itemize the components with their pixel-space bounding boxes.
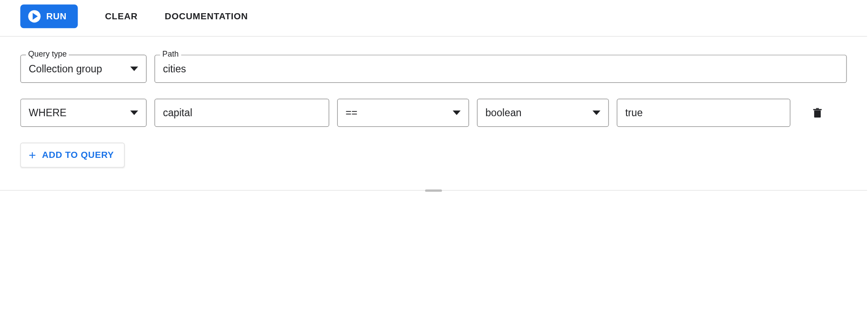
operator-field: ==: [337, 99, 469, 127]
where-row: WHERE capital == boolean true: [20, 99, 847, 127]
value-field: true: [617, 99, 790, 127]
add-to-query-label: ADD TO QUERY: [42, 150, 114, 160]
clause-field: WHERE: [20, 99, 146, 127]
query-type-label: Query type: [26, 49, 69, 58]
add-to-query-button[interactable]: + ADD TO QUERY: [20, 143, 125, 168]
results-area: The query requires a COLLECTION_GROUP_AS…: [0, 191, 867, 202]
clause-select[interactable]: WHERE: [20, 99, 146, 127]
resize-handle[interactable]: [425, 189, 442, 192]
plus-icon: +: [29, 149, 36, 161]
chevron-down-icon: [453, 111, 461, 115]
path-field: Path cities: [154, 55, 847, 83]
run-label: RUN: [46, 11, 67, 21]
documentation-button[interactable]: DOCUMENTATION: [165, 11, 248, 21]
svg-rect-0: [814, 111, 821, 118]
run-button[interactable]: RUN: [20, 4, 78, 28]
query-type-value: Collection group: [29, 63, 102, 75]
query-builder: Query type Collection group Path cities …: [0, 37, 867, 191]
chevron-down-icon: [130, 67, 138, 71]
field-name-input[interactable]: capital: [154, 99, 329, 127]
value-input[interactable]: true: [617, 99, 790, 127]
play-icon: [28, 10, 40, 22]
operator-select[interactable]: ==: [337, 99, 469, 127]
query-type-field: Query type Collection group: [20, 55, 146, 83]
path-value: cities: [163, 63, 186, 75]
query-type-select[interactable]: Collection group: [20, 55, 146, 83]
field-name-value: capital: [163, 107, 192, 119]
path-input[interactable]: cities: [154, 55, 847, 83]
type-field: boolean: [477, 99, 609, 127]
svg-rect-1: [813, 109, 822, 111]
trash-icon: [812, 107, 823, 119]
clause-value: WHERE: [29, 107, 67, 119]
field-name-field: capital: [154, 99, 329, 127]
type-value: boolean: [485, 107, 521, 119]
chevron-down-icon: [593, 111, 601, 115]
path-label: Path: [160, 49, 181, 58]
operator-value: ==: [345, 107, 357, 119]
delete-condition-button[interactable]: [812, 107, 823, 119]
query-header-row: Query type Collection group Path cities: [20, 55, 847, 83]
value-value: true: [625, 107, 643, 119]
svg-rect-2: [816, 108, 818, 109]
type-select[interactable]: boolean: [477, 99, 609, 127]
clear-button[interactable]: CLEAR: [105, 11, 138, 21]
toolbar: RUN CLEAR DOCUMENTATION: [0, 0, 867, 37]
chevron-down-icon: [130, 111, 138, 115]
